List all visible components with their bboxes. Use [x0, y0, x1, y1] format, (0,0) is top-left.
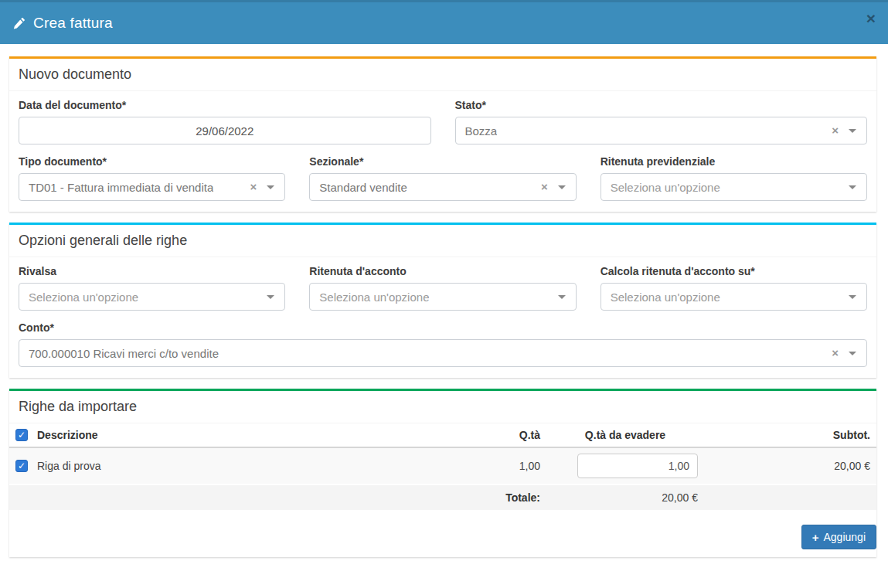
- col-header-qta-da-evadere: Q.tà da evadere: [546, 423, 704, 447]
- row-checkbox[interactable]: ✓: [15, 460, 28, 472]
- add-row-button[interactable]: + Aggiungi: [801, 525, 876, 549]
- clear-icon[interactable]: ×: [832, 347, 839, 359]
- chevron-down-icon: [849, 129, 856, 133]
- data-documento-label: Data del documento*: [19, 99, 431, 111]
- chevron-down-icon: [849, 295, 856, 299]
- table-footer-row: Totale: 20,00 €: [9, 484, 876, 510]
- ritenuta-previdenziale-select-placeholder: Seleziona un'opzione: [611, 181, 720, 194]
- totale-value: 20,00 €: [546, 484, 704, 510]
- add-row-button-label: Aggiungi: [824, 531, 866, 543]
- sezionale-select[interactable]: Standard vendite ×: [309, 173, 576, 201]
- row-descrizione: Riga di prova: [37, 460, 101, 472]
- pencil-icon: [12, 17, 26, 30]
- modal-title: Crea fattura: [33, 15, 113, 32]
- chevron-down-icon: [558, 295, 566, 299]
- ritenuta-previdenziale-select[interactable]: Seleziona un'opzione: [601, 173, 867, 201]
- table-actions: + Aggiungi: [9, 510, 876, 557]
- calcola-ritenuta-select-placeholder: Seleziona un'opzione: [611, 291, 720, 304]
- col-header-qta: Q.tà: [469, 423, 546, 447]
- conto-select[interactable]: 700.000010 Ricavi merci c/to vendite ×: [19, 339, 867, 367]
- select-all-checkbox[interactable]: ✓: [15, 429, 28, 441]
- row-qta: 1,00: [469, 447, 546, 484]
- modal-header: Crea fattura ×: [0, 2, 888, 44]
- section-righe-da-importare: Righe da importare ✓ Descrizione Q.tà Q.…: [9, 389, 876, 557]
- totale-label: Totale:: [469, 484, 546, 510]
- righe-table: ✓ Descrizione Q.tà Q.tà da evadere Subto…: [9, 423, 876, 510]
- chevron-down-icon: [849, 352, 856, 355]
- rivalsa-select[interactable]: Seleziona un'opzione: [19, 283, 285, 311]
- rivalsa-select-placeholder: Seleziona un'opzione: [29, 291, 138, 304]
- rivalsa-label: Rivalsa: [19, 265, 285, 277]
- chevron-down-icon: [267, 185, 274, 189]
- clear-icon[interactable]: ×: [250, 181, 257, 192]
- plus-icon: +: [812, 532, 819, 543]
- clear-icon[interactable]: ×: [832, 124, 839, 136]
- section-opzioni-righe: Opzioni generali delle righe Rivalsa Sel…: [9, 223, 876, 378]
- section-nuovo-documento-title: Nuovo documento: [9, 59, 876, 91]
- calcola-ritenuta-select[interactable]: Seleziona un'opzione: [601, 283, 867, 311]
- close-button[interactable]: ×: [866, 10, 876, 26]
- data-documento-input[interactable]: [19, 117, 431, 144]
- table-row: ✓ Riga di prova 1,00 20,00 €: [9, 447, 876, 484]
- conto-label: Conto*: [19, 321, 867, 334]
- modal-body: Nuovo documento Data del documento* Stat…: [0, 44, 888, 557]
- chevron-down-icon: [267, 295, 274, 299]
- ritenuta-acconto-select[interactable]: Seleziona un'opzione: [309, 283, 576, 311]
- conto-select-value: 700.000010 Ricavi merci c/to vendite: [29, 347, 219, 360]
- tipo-documento-select[interactable]: TD01 - Fattura immediata di vendita ×: [19, 173, 285, 201]
- row-subtot: 20,00 €: [704, 447, 876, 484]
- col-header-subtot: Subtot.: [704, 423, 876, 447]
- qta-da-evadere-input[interactable]: [577, 454, 698, 478]
- section-opzioni-righe-title: Opzioni generali delle righe: [9, 225, 876, 257]
- stato-select-value: Bozza: [465, 124, 498, 138]
- crea-fattura-modal: Crea fattura × Nuovo documento Data del …: [0, 0, 888, 588]
- ritenuta-previdenziale-label: Ritenuta previdenziale: [601, 155, 867, 168]
- check-icon: ✓: [18, 461, 26, 471]
- stato-select[interactable]: Bozza ×: [455, 117, 868, 144]
- table-header-row: ✓ Descrizione Q.tà Q.tà da evadere Subto…: [9, 423, 876, 447]
- chevron-down-icon: [849, 185, 856, 189]
- sezionale-select-value: Standard vendite: [319, 181, 407, 194]
- col-header-descrizione: Descrizione: [37, 429, 98, 441]
- stato-label: Stato*: [455, 99, 868, 111]
- tipo-documento-select-value: TD01 - Fattura immediata di vendita: [29, 181, 213, 194]
- section-righe-title: Righe da importare: [9, 391, 876, 423]
- clear-icon[interactable]: ×: [541, 181, 548, 192]
- sezionale-label: Sezionale*: [309, 155, 576, 168]
- chevron-down-icon: [558, 185, 566, 189]
- ritenuta-acconto-label: Ritenuta d'acconto: [309, 265, 576, 277]
- calcola-ritenuta-label: Calcola ritenuta d'acconto su*: [601, 265, 867, 277]
- check-icon: ✓: [18, 430, 26, 440]
- ritenuta-acconto-select-placeholder: Seleziona un'opzione: [319, 291, 429, 304]
- tipo-documento-label: Tipo documento*: [19, 155, 285, 168]
- section-nuovo-documento: Nuovo documento Data del documento* Stat…: [9, 56, 876, 212]
